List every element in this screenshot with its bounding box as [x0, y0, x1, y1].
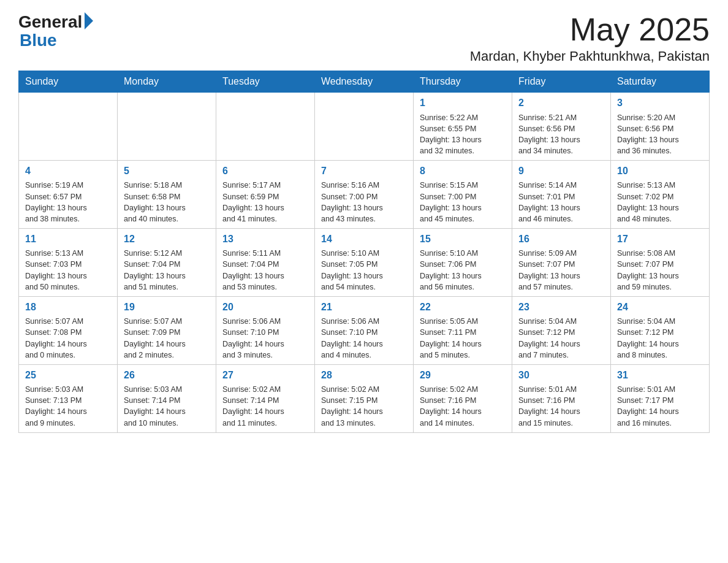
day-info: Sunrise: 5:17 AMSunset: 6:59 PMDaylight:… [222, 180, 308, 224]
day-info: Sunrise: 5:04 AMSunset: 7:12 PMDaylight:… [518, 316, 604, 361]
day-info: Sunrise: 5:10 AMSunset: 7:05 PMDaylight:… [321, 248, 407, 293]
day-number: 14 [321, 232, 407, 246]
weekday-header-friday: Friday [512, 71, 611, 93]
day-cell: 14Sunrise: 5:10 AMSunset: 7:05 PMDayligh… [315, 228, 414, 296]
day-number: 25 [25, 369, 111, 382]
day-cell: 21Sunrise: 5:06 AMSunset: 7:10 PMDayligh… [315, 296, 414, 364]
day-cell: 2Sunrise: 5:21 AMSunset: 6:56 PMDaylight… [512, 93, 611, 161]
week-row-3: 11Sunrise: 5:13 AMSunset: 7:03 PMDayligh… [19, 228, 710, 296]
day-number: 8 [420, 164, 506, 178]
location-title: Mardan, Khyber Pakhtunkhwa, Pakistan [470, 48, 710, 64]
logo-general-text: General [18, 13, 82, 31]
day-cell [315, 93, 414, 161]
day-info: Sunrise: 5:22 AMSunset: 6:55 PMDaylight:… [420, 112, 506, 157]
day-cell: 28Sunrise: 5:02 AMSunset: 7:15 PMDayligh… [315, 364, 414, 432]
day-cell: 17Sunrise: 5:08 AMSunset: 7:07 PMDayligh… [611, 228, 710, 296]
day-info: Sunrise: 5:13 AMSunset: 7:02 PMDaylight:… [617, 180, 703, 224]
weekday-header-monday: Monday [118, 71, 216, 93]
day-number: 11 [25, 232, 111, 246]
day-number: 5 [124, 164, 210, 178]
day-info: Sunrise: 5:10 AMSunset: 7:06 PMDaylight:… [420, 248, 506, 293]
day-cell: 27Sunrise: 5:02 AMSunset: 7:14 PMDayligh… [216, 364, 315, 432]
day-cell: 11Sunrise: 5:13 AMSunset: 7:03 PMDayligh… [19, 228, 118, 296]
day-cell: 31Sunrise: 5:01 AMSunset: 7:17 PMDayligh… [611, 364, 710, 432]
weekday-header-row: SundayMondayTuesdayWednesdayThursdayFrid… [19, 71, 710, 93]
day-number: 2 [518, 96, 604, 110]
day-cell [118, 93, 216, 161]
day-cell: 6Sunrise: 5:17 AMSunset: 6:59 PMDaylight… [216, 161, 315, 229]
day-cell: 12Sunrise: 5:12 AMSunset: 7:04 PMDayligh… [118, 228, 216, 296]
day-number: 21 [321, 301, 407, 314]
day-info: Sunrise: 5:07 AMSunset: 7:08 PMDaylight:… [25, 316, 111, 361]
day-number: 20 [222, 301, 308, 314]
day-info: Sunrise: 5:18 AMSunset: 6:58 PMDaylight:… [124, 180, 210, 224]
day-number: 17 [617, 232, 703, 246]
day-info: Sunrise: 5:15 AMSunset: 7:00 PMDaylight:… [420, 180, 506, 224]
logo-blue-text: Blue [20, 32, 57, 49]
day-cell: 15Sunrise: 5:10 AMSunset: 7:06 PMDayligh… [414, 228, 512, 296]
day-number: 29 [420, 369, 506, 382]
day-number: 12 [124, 232, 210, 246]
day-number: 6 [222, 164, 308, 178]
day-cell: 24Sunrise: 5:04 AMSunset: 7:12 PMDayligh… [611, 296, 710, 364]
day-number: 31 [617, 369, 703, 382]
day-number: 24 [617, 301, 703, 314]
day-number: 26 [124, 369, 210, 382]
weekday-header-sunday: Sunday [19, 71, 118, 93]
day-info: Sunrise: 5:13 AMSunset: 7:03 PMDaylight:… [25, 248, 111, 293]
week-row-2: 4Sunrise: 5:19 AMSunset: 6:57 PMDaylight… [19, 161, 710, 229]
day-cell: 25Sunrise: 5:03 AMSunset: 7:13 PMDayligh… [19, 364, 118, 432]
month-title: May 2025 [470, 12, 710, 47]
day-info: Sunrise: 5:20 AMSunset: 6:56 PMDaylight:… [617, 112, 703, 157]
day-number: 16 [518, 232, 604, 246]
day-cell [216, 93, 315, 161]
day-number: 13 [222, 232, 308, 246]
day-info: Sunrise: 5:12 AMSunset: 7:04 PMDaylight:… [124, 248, 210, 293]
day-number: 22 [420, 301, 506, 314]
day-cell: 16Sunrise: 5:09 AMSunset: 7:07 PMDayligh… [512, 228, 611, 296]
weekday-header-wednesday: Wednesday [315, 71, 414, 93]
logo: General Blue [18, 12, 93, 49]
day-cell: 10Sunrise: 5:13 AMSunset: 7:02 PMDayligh… [611, 161, 710, 229]
day-cell: 29Sunrise: 5:02 AMSunset: 7:16 PMDayligh… [414, 364, 512, 432]
day-info: Sunrise: 5:02 AMSunset: 7:16 PMDaylight:… [420, 384, 506, 429]
day-number: 9 [518, 164, 604, 178]
page-header: General Blue May 2025 Mardan, Khyber Pak… [18, 12, 710, 64]
day-cell: 20Sunrise: 5:06 AMSunset: 7:10 PMDayligh… [216, 296, 315, 364]
day-info: Sunrise: 5:01 AMSunset: 7:17 PMDaylight:… [617, 384, 703, 429]
day-number: 23 [518, 301, 604, 314]
day-info: Sunrise: 5:03 AMSunset: 7:13 PMDaylight:… [25, 384, 111, 429]
day-cell: 4Sunrise: 5:19 AMSunset: 6:57 PMDaylight… [19, 161, 118, 229]
day-number: 19 [124, 301, 210, 314]
day-number: 3 [617, 96, 703, 110]
day-info: Sunrise: 5:09 AMSunset: 7:07 PMDaylight:… [518, 248, 604, 293]
day-cell: 3Sunrise: 5:20 AMSunset: 6:56 PMDaylight… [611, 93, 710, 161]
day-number: 18 [25, 301, 111, 314]
day-number: 10 [617, 164, 703, 178]
day-number: 15 [420, 232, 506, 246]
weekday-header-saturday: Saturday [611, 71, 710, 93]
weekday-header-tuesday: Tuesday [216, 71, 315, 93]
week-row-4: 18Sunrise: 5:07 AMSunset: 7:08 PMDayligh… [19, 296, 710, 364]
day-cell: 9Sunrise: 5:14 AMSunset: 7:01 PMDaylight… [512, 161, 611, 229]
day-info: Sunrise: 5:05 AMSunset: 7:11 PMDaylight:… [420, 316, 506, 361]
day-info: Sunrise: 5:02 AMSunset: 7:14 PMDaylight:… [222, 384, 308, 429]
day-info: Sunrise: 5:16 AMSunset: 7:00 PMDaylight:… [321, 180, 407, 224]
day-cell: 13Sunrise: 5:11 AMSunset: 7:04 PMDayligh… [216, 228, 315, 296]
day-cell: 1Sunrise: 5:22 AMSunset: 6:55 PMDaylight… [414, 93, 512, 161]
day-cell: 19Sunrise: 5:07 AMSunset: 7:09 PMDayligh… [118, 296, 216, 364]
calendar-table: SundayMondayTuesdayWednesdayThursdayFrid… [18, 71, 710, 432]
day-info: Sunrise: 5:11 AMSunset: 7:04 PMDaylight:… [222, 248, 308, 293]
day-cell: 22Sunrise: 5:05 AMSunset: 7:11 PMDayligh… [414, 296, 512, 364]
day-cell: 26Sunrise: 5:03 AMSunset: 7:14 PMDayligh… [118, 364, 216, 432]
day-info: Sunrise: 5:06 AMSunset: 7:10 PMDaylight:… [321, 316, 407, 361]
day-number: 4 [25, 164, 111, 178]
title-block: May 2025 Mardan, Khyber Pakhtunkhwa, Pak… [470, 12, 710, 64]
day-number: 1 [420, 96, 506, 110]
day-cell: 5Sunrise: 5:18 AMSunset: 6:58 PMDaylight… [118, 161, 216, 229]
day-cell: 7Sunrise: 5:16 AMSunset: 7:00 PMDaylight… [315, 161, 414, 229]
weekday-header-thursday: Thursday [414, 71, 512, 93]
day-info: Sunrise: 5:06 AMSunset: 7:10 PMDaylight:… [222, 316, 308, 361]
day-info: Sunrise: 5:07 AMSunset: 7:09 PMDaylight:… [124, 316, 210, 361]
day-cell: 8Sunrise: 5:15 AMSunset: 7:00 PMDaylight… [414, 161, 512, 229]
